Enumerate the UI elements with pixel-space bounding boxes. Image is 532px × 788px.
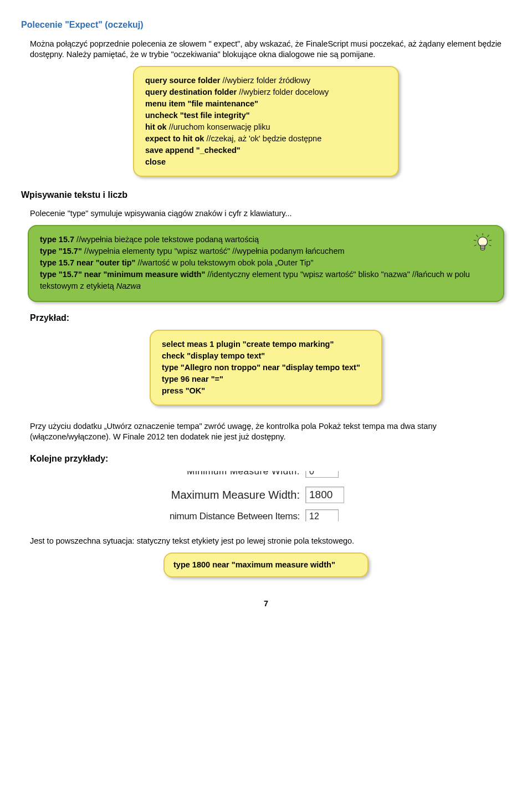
svg-line-1 [477,235,478,237]
min-distance-field[interactable]: 12 [305,509,339,521]
max-measure-width-label: Maximum Measure Width: [139,489,300,500]
min-measure-width-label: Minimum Measure Width: [139,471,300,476]
para-expect-desc: Można połączyć poprzednie polecenia ze s… [30,39,511,60]
svg-point-7 [478,237,487,247]
code-box-1800: type 1800 near "maximum measure width" [163,552,369,577]
code-box-expect: query source folder //wybierz folder źró… [133,66,399,177]
heading-more-examples: Kolejne przykłady: [30,453,511,465]
heading-expect: Polecenie "Expect" (oczekuj) [21,19,511,31]
max-measure-width-field[interactable]: 1800 [305,487,344,503]
para-label-left: Jest to powszechna sytuacja: statyczny t… [30,536,511,547]
tip-box-type: type 15.7 //wypełnia bieżące pole teksto… [28,225,504,302]
page-number: 7 [21,598,511,610]
min-measure-width-field[interactable]: 0 [305,471,339,478]
min-distance-label: nimum Distance Between Items: [139,511,300,521]
svg-line-2 [488,235,489,237]
svg-line-3 [474,240,477,241]
para-tempo-note: Przy użyciu dodatku „Utwórz oznaczenie t… [30,421,511,443]
svg-line-6 [489,245,491,246]
svg-line-5 [474,245,477,246]
lightbulb-icon [472,233,493,254]
para-type-desc: Polecenie "type" symuluje wpisywania cią… [30,208,511,219]
settings-screenshot: Minimum Measure Width: 0 Maximum Measure… [136,470,396,523]
svg-line-4 [489,240,492,241]
heading-example: Przykład: [30,312,511,324]
heading-typing: Wpisywanie tekstu i liczb [21,189,511,201]
code-box-tempo: select meas 1 plugin "create tempo marki… [150,330,382,406]
